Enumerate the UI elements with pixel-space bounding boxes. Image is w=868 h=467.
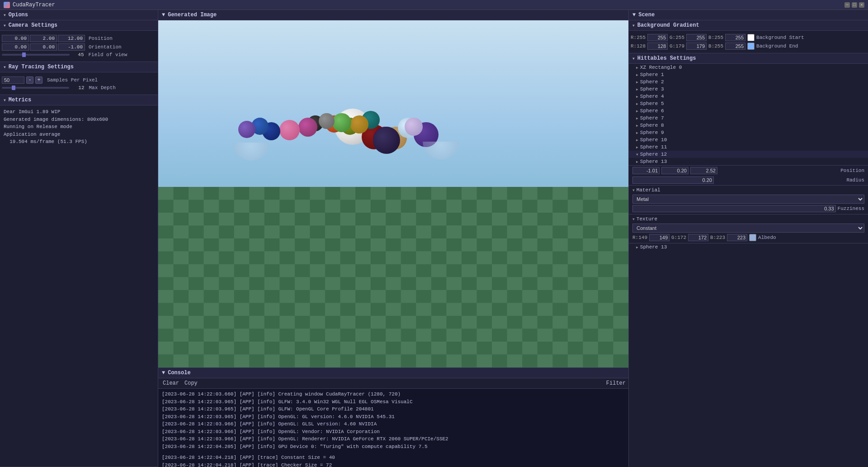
options-header[interactable]: ▼ Opions	[0, 10, 158, 20]
depth-label: Max Depth	[89, 85, 156, 91]
albedo-g-input[interactable]	[688, 234, 708, 241]
raytracing-label: Ray Tracing Settings	[9, 64, 74, 70]
fuzziness-input[interactable]	[632, 205, 836, 212]
albedo-r-label: R:149	[632, 235, 647, 240]
bg-start-g-input[interactable]	[686, 34, 707, 41]
sphere12-radius-label: Radius	[716, 177, 864, 183]
bg-start-b: B:255	[708, 35, 723, 40]
hittable-tri-13: ▶	[636, 160, 638, 164]
hittables-triangle: ▼	[632, 57, 635, 61]
bg-start-g: G:255	[670, 35, 684, 40]
sphere12-radius-row: Radius	[629, 176, 868, 185]
camera-settings-header[interactable]: ▼ Camera Settings	[0, 20, 158, 31]
depth-row: 12 Max Depth	[2, 85, 156, 91]
console-label: Console	[168, 370, 190, 376]
hittable-tri-7: ▶	[636, 116, 638, 120]
bg-end-r-input[interactable]	[647, 43, 668, 50]
sphere12-pos-z-input[interactable]	[690, 167, 717, 174]
orientation-x-input[interactable]	[2, 43, 29, 51]
close-button[interactable]: ✕	[859, 2, 864, 8]
albedo-r-input[interactable]	[649, 234, 670, 241]
generated-image-label: Generated Image	[168, 12, 217, 18]
samples-value-input[interactable]	[2, 76, 24, 84]
floor-svg	[158, 187, 628, 367]
bg-start-b-label: B:255	[708, 35, 723, 40]
bg-end-swatch[interactable]	[747, 43, 755, 50]
bg-end-g-input[interactable]	[686, 43, 707, 50]
sphere12-pos-x-input[interactable]	[632, 167, 660, 174]
console-line: [2023-06-28 14:22:03.966] [APP] [info] O…	[162, 420, 625, 428]
hittable-item-3[interactable]: ▶Sphere 3	[629, 86, 868, 93]
hittable-item-8[interactable]: ▶Sphere 8	[629, 122, 868, 129]
hittable-sphere12[interactable]: ▼Sphere 12	[629, 151, 868, 158]
console-toolbar: Clear Copy Filter	[158, 378, 628, 389]
hittable-item-2[interactable]: ▶Sphere 2	[629, 78, 868, 86]
hittable-item-13[interactable]: ▶Sphere 13	[629, 158, 868, 165]
hittables-list: ▶XZ Rectangle 0▶Sphere 1▶Sphere 2▶Sphere…	[629, 64, 868, 166]
hittable-label-7: Sphere 7	[640, 115, 664, 121]
app-icon	[4, 2, 10, 8]
position-y-input[interactable]	[30, 35, 57, 42]
bg-start-swatch[interactable]	[747, 34, 755, 41]
hittables-header[interactable]: ▼ Hittables Settings	[629, 53, 868, 64]
hittable-item-9[interactable]: ▶Sphere 9	[629, 129, 868, 136]
depth-slider[interactable]	[2, 87, 69, 89]
orientation-y-input[interactable]	[30, 43, 57, 51]
hittable-item-5[interactable]: ▶Sphere 5	[629, 100, 868, 107]
samples-plus-button[interactable]: +	[35, 76, 42, 84]
bg-gradient-body: R:255 G:255 B:255 Background Start R:128	[629, 31, 868, 53]
hittables-label: Hittables Settings	[637, 55, 696, 62]
hittable-label-sphere12: Sphere 12	[640, 152, 667, 157]
clear-button[interactable]: Clear	[161, 380, 181, 387]
metrics-triangle: ▼	[4, 98, 6, 102]
hittable-item-11[interactable]: ▶Sphere 11	[629, 143, 868, 151]
material-section: ▼ Material Metal Fuzziness	[629, 186, 868, 214]
minimize-button[interactable]: —	[844, 2, 850, 8]
titlebar-controls: — □ ✕	[844, 2, 864, 8]
scene-label: Scene	[638, 12, 655, 18]
copy-button[interactable]: Copy	[183, 380, 199, 387]
position-z-input[interactable]	[58, 35, 85, 42]
hittable-item-0[interactable]: ▶XZ Rectangle 0	[629, 64, 868, 71]
material-triangle: ▼	[632, 188, 635, 192]
main-area: ▼ Opions ▼ Camera Settings Position Orie…	[0, 10, 868, 467]
orientation-z-input[interactable]	[58, 43, 85, 51]
console-area: ▼ Console Clear Copy Filter [2023-06-28 …	[158, 367, 628, 467]
sphere12-pos-y-input[interactable]	[661, 167, 689, 174]
hittable-item-10[interactable]: ▶Sphere 10	[629, 136, 868, 143]
fov-slider[interactable]	[2, 54, 70, 56]
bg-gradient-label: Background Gradient	[637, 22, 699, 29]
bg-end-row: R:128 G:179 B:255 Background End	[631, 43, 866, 50]
albedo-swatch[interactable]	[749, 234, 756, 241]
sphere12-details: Position Radius	[629, 166, 868, 186]
bg-end-b-input[interactable]	[725, 43, 745, 50]
sphere13-label: Sphere 13	[640, 244, 667, 250]
raytracing-header[interactable]: ▼ Ray Tracing Settings	[0, 62, 158, 72]
sphere12-radius-input[interactable]	[632, 176, 714, 184]
hittable-item-1[interactable]: ▶Sphere 1	[629, 71, 868, 78]
bg-triangle: ▼	[632, 24, 635, 28]
samples-minus-button[interactable]: -	[26, 76, 33, 84]
albedo-b-input[interactable]	[727, 234, 747, 241]
hittable-item-4[interactable]: ▶Sphere 4	[629, 93, 868, 100]
texture-type-row: Constant	[632, 224, 864, 233]
bg-start-r-input[interactable]	[647, 34, 668, 41]
hittable-label-9: Sphere 9	[640, 130, 664, 135]
bg-gradient-header[interactable]: ▼ Background Gradient	[629, 20, 868, 31]
hittable-tri-11: ▶	[636, 145, 638, 149]
texture-type-select[interactable]: Constant	[632, 224, 864, 233]
texture-label: Texture	[637, 216, 657, 222]
maximize-button[interactable]: □	[852, 2, 857, 8]
texture-triangle: ▼	[632, 217, 635, 221]
fov-value: 45	[71, 52, 84, 57]
svg-rect-4	[158, 187, 628, 367]
metrics-header[interactable]: ▼ Metrics	[0, 95, 158, 105]
bg-start-b-input[interactable]	[725, 34, 745, 41]
hittable-sphere13[interactable]: ▶ Sphere 13	[629, 243, 868, 251]
material-type-select[interactable]: Metal	[632, 195, 864, 204]
console-output[interactable]: [2023-06-28 14:22:03.660] [APP] [info] C…	[158, 389, 628, 467]
hittable-item-6[interactable]: ▶Sphere 6	[629, 107, 868, 114]
metrics-body: Dear ImGui 1.89 WIP Generated image dime…	[0, 105, 158, 467]
position-x-input[interactable]	[2, 35, 29, 42]
hittable-item-7[interactable]: ▶Sphere 7	[629, 114, 868, 122]
